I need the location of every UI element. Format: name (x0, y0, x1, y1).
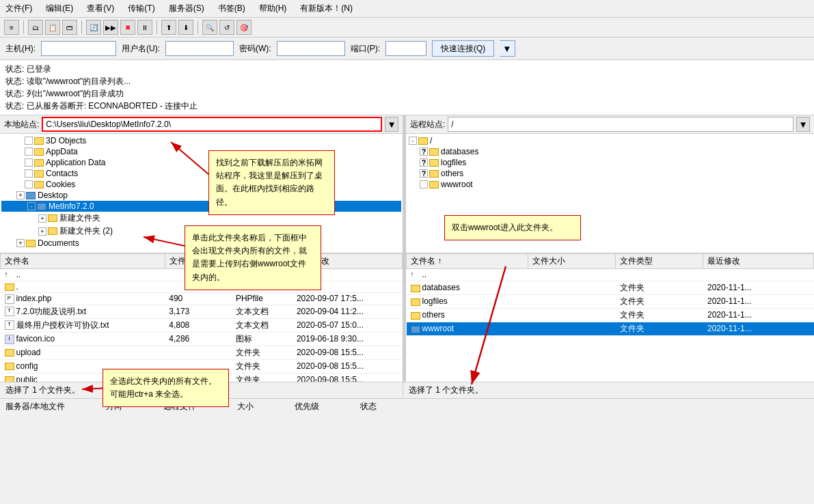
table-row[interactable]: T7.2.0功能及说明.txt 3,173文本文档2020-09-04 11:2… (1, 305, 403, 318)
toolbar-down-btn[interactable]: ⬇ (178, 20, 193, 35)
folder-icon (411, 312, 420, 320)
toolbar-pause-btn[interactable]: ⏸ (137, 20, 152, 35)
folder-icon-newfolder1 (48, 214, 57, 222)
folder-icon-desktop (26, 192, 36, 199)
table-row[interactable]: Pindex.php 490PHPfile2020-09-07 17:5... (1, 292, 403, 305)
tree-item-cookies[interactable]: Cookies (1, 179, 401, 190)
toolbar-process-btn[interactable]: ▶▶ (103, 20, 118, 35)
right-col-type[interactable]: 文件类型 (616, 254, 703, 269)
folder-icon-contacts (34, 170, 44, 178)
remote-site-label: 远程站点: (410, 119, 445, 130)
toolbar-refresh-btn[interactable]: 🔄 (86, 20, 101, 35)
menu-help[interactable]: 帮助(H) (256, 1, 290, 16)
expand-appdata[interactable] (25, 148, 33, 156)
pass-input[interactable] (277, 41, 345, 56)
toolbar-sep2 (81, 20, 82, 34)
menu-transfer[interactable]: 传输(T) (125, 1, 157, 16)
folder-icon (5, 283, 14, 291)
right-col-size[interactable]: 文件大小 (528, 254, 615, 269)
tree-label-databases: databases (441, 147, 478, 156)
expand-logfiles[interactable]: ? (420, 158, 428, 167)
local-path-dropdown[interactable]: ▼ (385, 117, 398, 132)
tree-item-wwwroot[interactable]: wwwroot (407, 179, 813, 190)
port-input[interactable] (385, 41, 426, 56)
table-row[interactable]: T最终用户授权许可协议.txt 4,808文本文档2020-05-07 15:0… (1, 318, 403, 332)
toolbar-reload-btn[interactable]: ↺ (219, 20, 234, 35)
toolbar-btn3[interactable]: 🗃 (62, 20, 77, 35)
tree-label-others: others (441, 169, 463, 178)
expand-metinfo[interactable]: - (27, 202, 36, 210)
toolbar-btn1[interactable]: 🗂 (28, 20, 43, 35)
connect-dropdown-btn[interactable]: ▼ (500, 40, 515, 57)
table-row[interactable]: upload 文件夹2020-09-08 15:5... (1, 346, 403, 359)
menu-server[interactable]: 服务器(S) (166, 1, 207, 16)
status-area: 状态: 已登录 状态: 读取"/wwwroot"的目录列表... 状态: 列出"… (0, 60, 814, 115)
tree-item-desktop[interactable]: + Desktop (1, 190, 401, 201)
host-input[interactable] (41, 41, 116, 56)
table-row[interactable]: Ifavicon.ico 4,286图标2019-06-18 9:30... (1, 332, 403, 346)
tree-item-databases[interactable]: ? databases (407, 146, 813, 157)
right-file-list[interactable]: 文件名 ↑ 文件大小 文件类型 最近修改 ↑.. databases (406, 253, 814, 382)
tree-item-3dobjects[interactable]: 3D Objects (1, 135, 401, 146)
expand-root[interactable]: - (409, 137, 417, 145)
right-status-bar: 选择了 1 个文件夹。 (403, 382, 814, 398)
table-row[interactable]: databases 文件夹2020-11-1... (407, 281, 814, 294)
expand-3dobjects[interactable] (25, 137, 33, 145)
toolbar-up-btn[interactable]: ⬆ (161, 20, 176, 35)
remote-path-input[interactable] (448, 117, 793, 132)
left-col-name[interactable]: 文件名 (1, 254, 165, 269)
tooltip-wwwroot: 双击wwwroot进入此文件夹。 (444, 215, 581, 240)
expand-wwwroot[interactable] (420, 180, 428, 188)
expand-documents[interactable]: + (16, 239, 25, 247)
user-input[interactable] (165, 41, 234, 56)
toolbar-menu-btn[interactable]: ≡ (4, 20, 19, 35)
local-path-input[interactable] (42, 117, 382, 132)
remote-path-dropdown[interactable]: ▼ (796, 117, 810, 132)
menu-newversion[interactable]: 有新版本！(N) (297, 1, 355, 16)
expand-contacts[interactable] (25, 169, 33, 178)
menu-view[interactable]: 查看(V) (84, 1, 117, 16)
folder-icon-others (429, 170, 439, 178)
host-label: 主机(H): (5, 43, 36, 55)
folder-icon-root (418, 137, 428, 145)
tree-item-root[interactable]: - / (407, 135, 813, 146)
expand-newfolder1[interactable]: + (38, 214, 46, 223)
tree-label-newfolder2: 新建文件夹 (2) (59, 225, 113, 237)
tree-item-appdata[interactable]: AppData (1, 146, 401, 157)
right-col-date[interactable]: 最近修改 (703, 254, 814, 269)
menu-file[interactable]: 文件(F) (3, 1, 35, 16)
tooltip-path-text: 找到之前下载解压后的米拓网站程序，我这里是解压到了桌面。在此框内找到相应的路径。 (216, 158, 323, 207)
tooltip-wwwroot-text: 双击wwwroot进入此文件夹。 (452, 223, 558, 232)
port-label: 端口(P): (351, 43, 380, 55)
table-row[interactable]: logfiles 文件夹2020-11-1... (407, 294, 814, 308)
expand-cookies[interactable] (25, 180, 33, 188)
toolbar-target-btn[interactable]: 🎯 (236, 20, 252, 35)
tree-item-logfiles[interactable]: ? logfiles (407, 157, 813, 168)
toolbar-stop-btn[interactable]: ✖ (120, 20, 135, 35)
expand-newfolder2[interactable]: + (38, 227, 46, 236)
tree-item-metinfo[interactable]: - MetInfo7.2.0 (1, 201, 401, 212)
table-row[interactable]: ↑.. (407, 269, 814, 281)
expand-appdata2[interactable] (25, 158, 33, 167)
tree-item-others[interactable]: ? others (407, 168, 813, 179)
menu-bookmark[interactable]: 书签(B) (215, 1, 248, 16)
toolbar-search-btn[interactable]: 🔍 (202, 20, 217, 35)
tooltip-click-text: 单击此文件夹名称后，下面框中会出现文件夹内所有的文件，就是需要上传到右侧wwwr… (192, 233, 307, 282)
table-row[interactable]: wwwroot 文件夹2020-11-1... (407, 322, 814, 335)
table-row[interactable]: others 文件夹2020-11-1... (407, 308, 814, 322)
connbar: 主机(H): 用户名(U): 密码(W): 端口(P): 快速连接(Q) ▼ (0, 38, 814, 60)
expand-databases[interactable]: ? (420, 148, 428, 156)
tree-label-documents: Documents (38, 238, 79, 248)
connect-button[interactable]: 快速连接(Q) (432, 40, 494, 57)
folder-icon (411, 285, 420, 292)
expand-desktop[interactable]: + (16, 191, 25, 199)
tree-item-newfolder1[interactable]: + 新建文件夹 (1, 212, 401, 225)
tree-item-appdata2[interactable]: Application Data (1, 157, 401, 168)
menu-edit[interactable]: 编辑(E) (43, 1, 76, 16)
local-site-label: 本地站点: (4, 119, 39, 130)
folder-icon-appdata2 (34, 159, 44, 167)
toolbar-btn2[interactable]: 📋 (45, 20, 60, 35)
expand-others[interactable]: ? (420, 169, 428, 178)
tree-item-contacts[interactable]: Contacts (1, 168, 401, 179)
right-col-name[interactable]: 文件名 ↑ (407, 254, 528, 269)
